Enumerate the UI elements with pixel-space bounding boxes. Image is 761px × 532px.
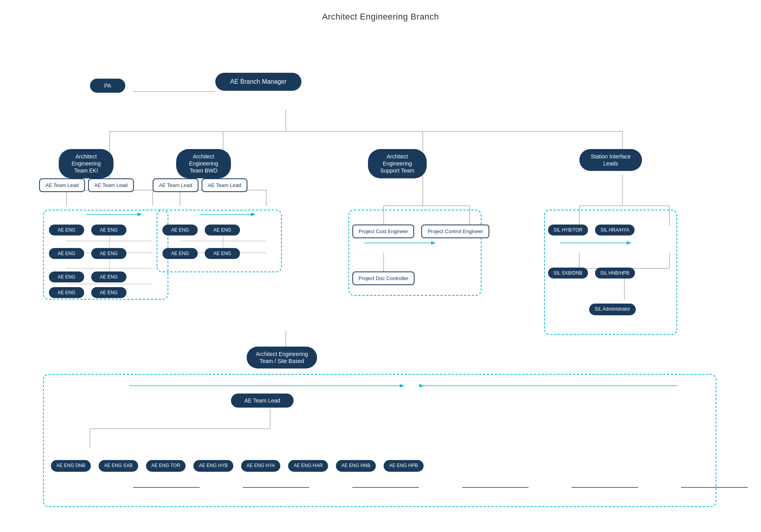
bottom-row: AE ENG DNB AE ENG SXB AE ENG TOR AE ENG … <box>51 460 424 472</box>
ae-support-label: Architect Engineering Support Team <box>368 149 427 178</box>
eki-eng-2: AE ENG <box>91 225 126 235</box>
bwd-team-lead-2: AE Team Lead <box>202 178 247 192</box>
bwd-eng-row1: AE ENG AE ENG <box>162 225 240 235</box>
eki-eng-row4: AE ENG AE ENG <box>49 287 126 298</box>
eki-eng-1: AE ENG <box>49 225 84 235</box>
sil-node: Station Interface Leads <box>579 149 642 171</box>
page: Architect Engineering Branch <box>0 0 761 532</box>
ae-eng-hpb: AE ENG HPB <box>384 460 423 472</box>
ae-site-based-label: Architect Engineering Team / Site Based <box>247 347 317 368</box>
ae-eng-hyb: AE ENG HYB <box>193 460 233 472</box>
bwd-eng-1: AE ENG <box>162 225 198 235</box>
ae-team-bwd-label: Architect Engineering Team BWD <box>176 149 231 178</box>
project-control-engineer: Project Control Engineer <box>421 225 489 238</box>
sil-row1: SIL HYB/TOR SIL HRA/HYA <box>548 225 635 235</box>
sil-label: Station Interface Leads <box>579 149 642 171</box>
ae-branch-manager-node: AE Branch Manager <box>215 73 301 91</box>
sil-admin-node: SIL Administrator <box>589 304 636 315</box>
eki-eng-5: AE ENG <box>49 271 84 282</box>
ae-eng-har: AE ENG HAR <box>288 460 328 472</box>
ae-branch-manager-label: AE Branch Manager <box>215 73 301 91</box>
eki-eng-8: AE ENG <box>91 287 126 298</box>
sil-row2: SIL SXB/DNB SIL HNB/HPB <box>548 268 635 279</box>
bwd-eng-row2: AE ENG AE ENG <box>162 248 240 259</box>
bwd-eng-4: AE ENG <box>205 248 240 259</box>
eki-team-lead-1: AE Team Lead <box>39 178 85 192</box>
sil-hyb-tor: SIL HYB/TOR <box>548 225 588 235</box>
ae-team-eki-node: Architect Engineering Team EKI <box>59 149 114 178</box>
eki-eng-7: AE ENG <box>49 287 84 298</box>
ae-team-eki-label: Architect Engineering Team EKI <box>59 149 114 178</box>
eki-eng-4: AE ENG <box>91 248 126 259</box>
support-eng-row2: Project Doc Controller <box>352 271 415 285</box>
ae-eng-hya: AE ENG HYA <box>241 460 280 472</box>
bwd-eng-3: AE ENG <box>162 248 198 259</box>
ae-site-based-node: Architect Engineering Team / Site Based <box>247 347 317 368</box>
ae-support-node: Architect Engineering Support Team <box>368 149 427 178</box>
ae-team-bwd-node: Architect Engineering Team BWD <box>176 149 231 178</box>
eki-eng-6: AE ENG <box>91 271 126 282</box>
bwd-team-leads: AE Team Lead AE Team Lead <box>153 178 247 192</box>
bwd-dashed-box <box>157 210 282 272</box>
site-based-dashed-box <box>43 374 716 507</box>
bwd-team-lead-1: AE Team Lead <box>153 178 198 192</box>
support-eng-row1: Project Cost Engineer Project Control En… <box>352 225 489 238</box>
eki-eng-row3: AE ENG AE ENG <box>49 271 126 282</box>
sil-hnb-hpb: SIL HNB/HPB <box>595 268 635 279</box>
pa-label: PA <box>90 79 125 93</box>
ae-eng-sxb: AE ENG SXB <box>99 460 138 472</box>
ae-site-lead-node: AE Team Lead <box>231 394 294 408</box>
eki-team-leads: AE Team Lead AE Team Lead <box>39 178 134 192</box>
eki-team-lead-2: AE Team Lead <box>88 178 134 192</box>
ae-eng-tor: AE ENG TOR <box>146 460 186 472</box>
eki-eng-row2: AE ENG AE ENG <box>49 248 126 259</box>
sil-sxb-dnb: SIL SXB/DNB <box>548 268 588 279</box>
org-chart: PA AE Branch Manager Architect Engineeri… <box>12 34 748 532</box>
eki-eng-row1: AE ENG AE ENG <box>49 225 126 235</box>
project-cost-engineer: Project Cost Engineer <box>352 225 414 238</box>
ae-eng-dnb: AE ENG DNB <box>51 460 91 472</box>
page-title: Architect Engineering Branch <box>12 12 749 22</box>
sil-hra-hya: SIL HRA/HYA <box>595 225 635 235</box>
ae-site-lead-label: AE Team Lead <box>231 394 294 408</box>
project-doc-controller: Project Doc Controller <box>352 271 415 285</box>
sil-admin-label: SIL Administrator <box>589 304 636 315</box>
ae-eng-hnb: AE ENG HNB <box>336 460 376 472</box>
pa-node: PA <box>90 79 125 93</box>
bwd-eng-2: AE ENG <box>205 225 240 235</box>
eki-eng-3: AE ENG <box>49 248 84 259</box>
